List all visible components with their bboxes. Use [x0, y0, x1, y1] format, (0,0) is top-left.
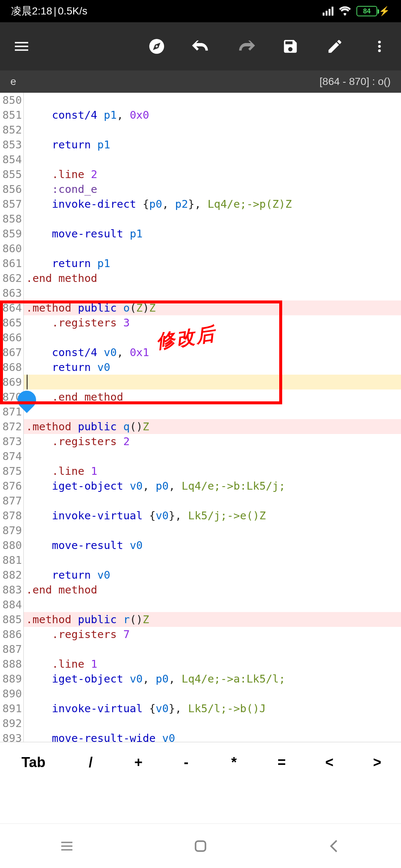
code-line[interactable]: 857 invoke-direct {p0, p2}, Lq4/e;->p(Z)…	[0, 197, 401, 211]
code-line[interactable]: 874	[0, 449, 401, 464]
save-button[interactable]	[279, 35, 301, 57]
code-line[interactable]: 885.method public r()Z	[0, 612, 401, 627]
line-content[interactable]	[24, 93, 401, 108]
code-line[interactable]: 880 move-result v0	[0, 538, 401, 553]
code-line[interactable]: 858	[0, 211, 401, 226]
edit-button[interactable]	[324, 35, 346, 57]
line-content[interactable]	[24, 375, 401, 389]
code-line[interactable]: 853 return p1	[0, 137, 401, 152]
recents-button[interactable]	[56, 835, 78, 857]
menu-button[interactable]	[10, 35, 33, 57]
line-content[interactable]	[24, 286, 401, 300]
line-content[interactable]: .method public q()Z	[24, 419, 401, 434]
line-content[interactable]: move-result-wide v0	[24, 731, 401, 742]
code-line[interactable]: 864.method public o(Z)Z	[0, 300, 401, 315]
line-content[interactable]: return v0	[24, 360, 401, 375]
line-content[interactable]: .end method	[24, 271, 401, 286]
line-content[interactable]: invoke-virtual {v0}, Lk5/j;->e()Z	[24, 508, 401, 523]
navigate-button[interactable]	[146, 35, 168, 57]
code-line[interactable]: 891 invoke-virtual {v0}, Lk5/l;->b()J	[0, 701, 401, 716]
key-plus[interactable]: +	[115, 742, 163, 783]
code-line[interactable]: 867 const/4 v0, 0x1	[0, 345, 401, 360]
line-content[interactable]: iget-object v0, p0, Lq4/e;->a:Lk5/l;	[24, 671, 401, 686]
code-line[interactable]: 859 move-result p1	[0, 226, 401, 241]
line-content[interactable]	[24, 716, 401, 731]
code-line[interactable]: 852	[0, 122, 401, 137]
line-content[interactable]: .end method	[24, 389, 401, 404]
undo-button[interactable]	[190, 35, 212, 57]
code-line[interactable]: 883.end method	[0, 582, 401, 597]
code-line[interactable]: 871	[0, 404, 401, 419]
key-slash[interactable]: /	[67, 742, 115, 783]
code-line[interactable]: 854	[0, 152, 401, 167]
code-line[interactable]: 881	[0, 553, 401, 568]
code-line[interactable]: 886 .registers 7	[0, 627, 401, 642]
key-eq[interactable]: =	[258, 742, 306, 783]
home-button[interactable]	[189, 835, 212, 857]
line-content[interactable]: .registers 2	[24, 434, 401, 449]
line-content[interactable]: .line 1	[24, 657, 401, 671]
code-line[interactable]: 873 .registers 2	[0, 434, 401, 449]
line-content[interactable]	[24, 152, 401, 167]
code-line[interactable]: 856 :cond_e	[0, 182, 401, 197]
line-content[interactable]: move-result p1	[24, 226, 401, 241]
code-line[interactable]: 861 return p1	[0, 256, 401, 271]
line-content[interactable]	[24, 122, 401, 137]
key-lt[interactable]: <	[306, 742, 353, 783]
code-line[interactable]: 887	[0, 642, 401, 657]
key-minus[interactable]: -	[162, 742, 210, 783]
overflow-button[interactable]	[368, 35, 391, 57]
line-content[interactable]: return p1	[24, 137, 401, 152]
line-content[interactable]: invoke-virtual {v0}, Lk5/l;->b()J	[24, 701, 401, 716]
line-content[interactable]	[24, 241, 401, 256]
line-content[interactable]: return p1	[24, 256, 401, 271]
code-line[interactable]: 851 const/4 p1, 0x0	[0, 108, 401, 122]
line-content[interactable]	[24, 553, 401, 568]
tab-label[interactable]: e	[10, 76, 16, 88]
code-line[interactable]: 879	[0, 523, 401, 538]
code-line[interactable]: 878 invoke-virtual {v0}, Lk5/j;->e()Z	[0, 508, 401, 523]
code-line[interactable]: 863	[0, 286, 401, 300]
code-line[interactable]: 889 iget-object v0, p0, Lq4/e;->a:Lk5/l;	[0, 671, 401, 686]
line-content[interactable]	[24, 597, 401, 612]
line-content[interactable]	[24, 686, 401, 701]
line-content[interactable]: move-result v0	[24, 538, 401, 553]
line-content[interactable]: iget-object v0, p0, Lq4/e;->b:Lk5/j;	[24, 479, 401, 493]
code-line[interactable]: 888 .line 1	[0, 657, 401, 671]
code-line[interactable]: 862.end method	[0, 271, 401, 286]
key-star[interactable]: *	[210, 742, 258, 783]
key-gt[interactable]: >	[353, 742, 401, 783]
line-content[interactable]: .end method	[24, 582, 401, 597]
code-line[interactable]: 890	[0, 686, 401, 701]
code-line[interactable]: 892	[0, 716, 401, 731]
code-line[interactable]: 877	[0, 493, 401, 508]
code-line[interactable]: 884	[0, 597, 401, 612]
code-line[interactable]: 855 .line 2	[0, 167, 401, 182]
code-line[interactable]: 870 .end method	[0, 389, 401, 404]
line-content[interactable]: const/4 v0, 0x1	[24, 345, 401, 360]
key-tab[interactable]: Tab	[0, 742, 67, 783]
line-content[interactable]: invoke-direct {p0, p2}, Lq4/e;->p(Z)Z	[24, 197, 401, 211]
code-editor[interactable]: 850851 const/4 p1, 0x0852853 return p185…	[0, 93, 401, 742]
line-content[interactable]	[24, 211, 401, 226]
back-button[interactable]	[323, 835, 345, 857]
code-line[interactable]: 872.method public q()Z	[0, 419, 401, 434]
code-line[interactable]: 868 return v0	[0, 360, 401, 375]
code-line[interactable]: 893 move-result-wide v0	[0, 731, 401, 742]
code-line[interactable]: 850	[0, 93, 401, 108]
line-content[interactable]	[24, 493, 401, 508]
code-line[interactable]: 882 return v0	[0, 568, 401, 582]
line-content[interactable]: .registers 7	[24, 627, 401, 642]
line-content[interactable]: .line 1	[24, 464, 401, 479]
line-content[interactable]	[24, 642, 401, 657]
code-line[interactable]: 860	[0, 241, 401, 256]
line-content[interactable]	[24, 523, 401, 538]
redo-button[interactable]	[235, 35, 257, 57]
line-content[interactable]: const/4 p1, 0x0	[24, 108, 401, 122]
line-content[interactable]: .line 2	[24, 167, 401, 182]
line-content[interactable]: return v0	[24, 568, 401, 582]
line-content[interactable]: .method public r()Z	[24, 612, 401, 627]
line-content[interactable]	[24, 449, 401, 464]
code-line[interactable]: 876 iget-object v0, p0, Lq4/e;->b:Lk5/j;	[0, 479, 401, 493]
code-line[interactable]: 869	[0, 375, 401, 389]
